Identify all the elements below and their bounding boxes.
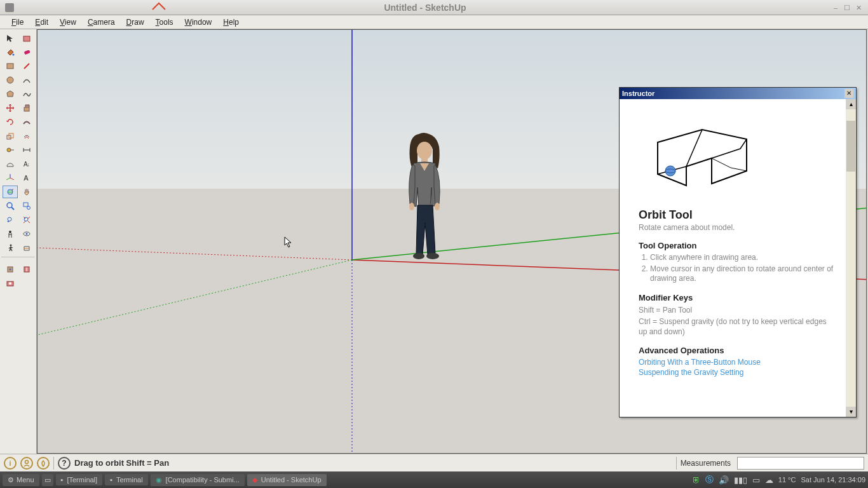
rectangle-icon[interactable] (3, 60, 18, 72)
tape-icon[interactable] (3, 144, 18, 156)
browser-icon: ◉ (156, 476, 162, 484)
menu-window[interactable]: Window (180, 17, 217, 28)
status-geo-icon[interactable] (37, 457, 50, 470)
menu-file[interactable]: File (6, 17, 29, 28)
menu-view[interactable]: View (55, 17, 81, 28)
getphoto-icon[interactable] (3, 277, 18, 290)
instructor-scrollbar[interactable]: ▴ ▾ (846, 99, 856, 417)
toolbar-separator (1, 257, 35, 261)
taskbar-item-active[interactable]: ◆Untitled - SketchUp (247, 474, 327, 486)
previous-icon[interactable] (3, 214, 18, 226)
svg-point-26 (8, 217, 11, 221)
measurements-input[interactable] (737, 457, 864, 470)
menu-tools[interactable]: Tools (151, 17, 179, 28)
instructor-modifier: Ctrl = Suspend gravity (do not try to ke… (639, 316, 837, 337)
menu-help[interactable]: Help (218, 17, 244, 28)
3dtext-icon[interactable]: A (19, 172, 34, 184)
zoomextents-icon[interactable] (19, 214, 34, 226)
pushpull-icon[interactable] (19, 102, 34, 114)
instructor-title-text: Instructor (622, 90, 654, 97)
scroll-up-icon[interactable]: ▴ (846, 99, 856, 109)
svg-point-46 (435, 203, 440, 210)
component-icon[interactable] (19, 32, 34, 44)
svg-point-21 (8, 191, 13, 193)
instructor-close-button[interactable]: ✕ (844, 89, 853, 98)
svg-point-28 (9, 231, 11, 233)
battery-icon[interactable]: ▭ (752, 475, 760, 485)
getmodels-icon[interactable] (3, 263, 18, 276)
taskbar-item[interactable]: ▪[Terminal] (56, 474, 103, 485)
svg-point-5 (7, 77, 13, 83)
svg-point-51 (25, 460, 29, 463)
axes-icon[interactable] (3, 172, 18, 184)
instructor-link[interactable]: Orbiting With a Three-Button Mouse (639, 358, 837, 367)
instructor-section-advanced: Advanced Operations (639, 346, 837, 355)
position-camera-icon[interactable] (3, 227, 18, 240)
status-user-icon[interactable] (20, 457, 33, 470)
paint-bucket-icon[interactable] (3, 46, 18, 58)
skype-icon[interactable]: Ⓢ (705, 474, 714, 485)
select-icon[interactable] (3, 32, 18, 44)
freehand-icon[interactable] (19, 88, 34, 100)
menu-camera[interactable]: Camera (83, 17, 120, 28)
svg-point-1 (12, 54, 14, 56)
status-info-icon[interactable]: i (4, 457, 17, 470)
orbit-icon[interactable] (3, 186, 18, 198)
svg-point-20 (8, 189, 13, 194)
menubar: File Edit View Camera Draw Tools Window … (0, 15, 868, 29)
show-desktop-button[interactable]: ▭ (42, 474, 53, 486)
svg-point-47 (413, 253, 424, 259)
instructor-link[interactable]: Suspending the Gravity Setting (639, 368, 837, 377)
instructor-titlebar[interactable]: Instructor ✕ (620, 88, 856, 99)
svg-point-49 (665, 166, 675, 176)
temperature-text: 11 °C (778, 476, 796, 484)
zoomwindow-icon[interactable] (19, 200, 34, 212)
followme-icon[interactable] (19, 116, 34, 128)
section-icon[interactable] (19, 241, 34, 254)
svg-text:Aᵢ: Aᵢ (24, 161, 29, 168)
pan-icon[interactable] (19, 186, 34, 198)
start-menu-button[interactable]: ⚙Menu (3, 474, 39, 486)
instructor-section-operation: Tool Operation (639, 241, 837, 250)
svg-point-45 (409, 203, 414, 210)
sharemodel-icon[interactable] (19, 263, 34, 276)
network-icon[interactable]: ▮▮▯ (734, 475, 747, 485)
text-icon[interactable]: Aᵢ (19, 158, 34, 170)
close-button[interactable]: ✕ (854, 3, 863, 12)
lookaround-icon[interactable] (19, 227, 34, 240)
taskbar-item-label: Terminal (116, 476, 143, 484)
shield-icon[interactable]: ⛨ (692, 475, 700, 485)
menu-edit[interactable]: Edit (30, 17, 53, 28)
svg-point-48 (426, 253, 439, 259)
protractor-icon[interactable] (3, 158, 18, 170)
offset-icon[interactable] (19, 130, 34, 142)
scroll-down-icon[interactable]: ▾ (846, 407, 856, 417)
system-tray: ⛨ Ⓢ 🔊 ▮▮▯ ▭ ☁ 11 °C Sat Jun 14, 21:34:09 (692, 474, 865, 485)
line-icon[interactable] (19, 60, 34, 72)
arc-icon[interactable] (19, 74, 34, 86)
scale-icon[interactable] (3, 130, 18, 142)
dimension-icon[interactable] (19, 144, 34, 156)
menu-draw[interactable]: Draw (121, 17, 149, 28)
move-icon[interactable] (3, 102, 18, 114)
drawing-viewport[interactable]: Instructor ✕ Orbit Tool Rotate camera ab… (37, 29, 867, 454)
scroll-thumb[interactable] (846, 121, 855, 172)
zoom-icon[interactable] (3, 200, 18, 212)
minimize-button[interactable]: – (831, 3, 840, 12)
taskbar-item-label: Untitled - SketchUp (261, 476, 322, 484)
volume-icon[interactable]: 🔊 (719, 475, 729, 485)
taskbar-item[interactable]: ▪Terminal (105, 474, 147, 485)
svg-line-42 (37, 260, 352, 335)
maximize-button[interactable]: ☐ (843, 3, 851, 12)
measurements-label: Measurements (681, 459, 731, 468)
walk-icon[interactable] (3, 241, 18, 254)
instructor-tool-name: Orbit Tool (639, 208, 837, 222)
circle-icon[interactable] (3, 74, 18, 86)
taskbar-item[interactable]: ◉[Compatibility - Submi... (151, 474, 245, 486)
polygon-icon[interactable] (3, 88, 18, 100)
instructor-operation-list: Click anywhere in drawing area. Move cur… (650, 253, 837, 284)
taskbar-item-label: [Terminal] (67, 476, 97, 484)
eraser-icon[interactable] (19, 46, 34, 58)
rotate-icon[interactable] (3, 116, 18, 128)
weather-icon[interactable]: ☁ (765, 475, 773, 485)
